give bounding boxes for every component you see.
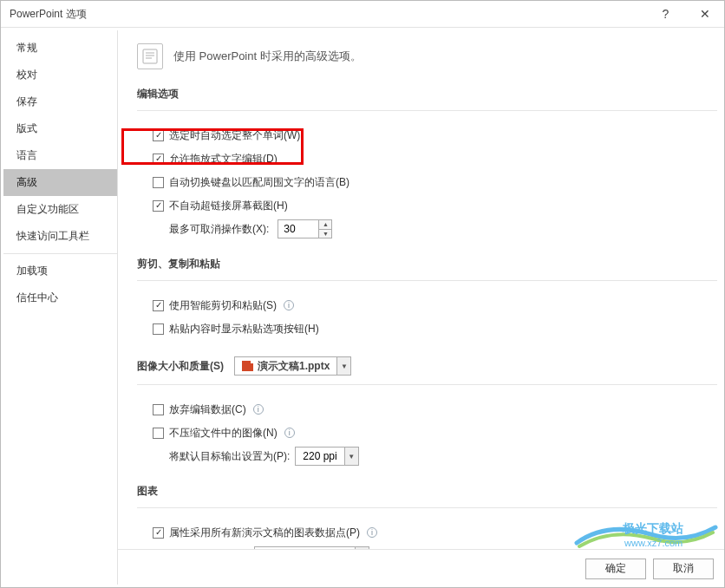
label-no-compress-images: 不压缩文件中的图像(N) [169,426,278,441]
checkbox-show-paste-options[interactable] [153,323,164,335]
max-undo-input[interactable]: 30 ▲ ▼ [278,219,332,238]
checkbox-select-whole-word[interactable] [153,130,164,141]
chevron-down-icon[interactable]: ▼ [336,357,350,375]
checkbox-no-compress-images[interactable] [153,428,164,439]
info-icon[interactable]: i [253,404,264,415]
info-icon[interactable]: i [367,527,377,538]
nav-proofing[interactable]: 校对 [3,62,117,88]
label-auto-keyboard: 自动切换键盘以匹配周围文字的语言(B) [169,175,349,190]
cancel-button[interactable]: 取消 [653,559,714,579]
label-drag-drop-edit: 允许拖放式文字编辑(D) [169,152,278,167]
section-image-title: 图像大小和质量(S) [137,359,224,374]
dialog-footer: 确定 取消 [118,549,724,587]
nav-quick-access[interactable]: 快速访问工具栏 [3,223,117,250]
nav-separator [3,253,117,254]
info-icon[interactable]: i [284,428,295,438]
content-scroll[interactable]: 使用 PowerPoint 时采用的高级选项。 编辑选项 选定时自动选定整个单词… [118,28,724,549]
nav-layout[interactable]: 版式 [3,115,117,142]
checkbox-smart-cut-paste[interactable] [153,300,164,311]
label-no-screenshot-hyperlink: 不自动超链接屏幕截图(H) [169,199,288,213]
label-chart-all-new: 属性采用所有新演示文稿的图表数据点(P) [169,526,360,540]
help-button[interactable]: ? [646,1,685,28]
page-heading-text: 使用 PowerPoint 时采用的高级选项。 [173,49,362,64]
chevron-down-icon[interactable]: ▼ [344,448,358,465]
max-undo-spinner[interactable]: ▲ ▼ [319,219,332,238]
nav-trust-center[interactable]: 信任中心 [3,284,117,311]
image-target-file-value: 演示文稿1.pptx [258,359,330,374]
label-max-undo: 最多可取消操作数(X): [169,222,269,237]
label-smart-cut-paste: 使用智能剪切和粘贴(S) [169,298,277,313]
label-discard-edit-data: 放弃编辑数据(C) [169,402,246,417]
options-dialog: PowerPoint 选项 ? ✕ 常规 校对 保存 版式 语言 高级 自定义功… [0,0,725,588]
nav-addins[interactable]: 加载项 [3,258,117,284]
nav-advanced[interactable]: 高级 [3,169,117,196]
section-chart-body: 属性采用所有新演示文稿的图表数据点(P) i 当前演示文稿(C): 演示文稿1.… [137,507,717,549]
default-resolution-dropdown[interactable]: 220 ppi ▼ [295,447,358,466]
section-cut-body: 使用智能剪切和粘贴(S) i 粘贴内容时显示粘贴选项按钮(H) [137,280,717,344]
nav-general[interactable]: 常规 [3,35,117,62]
checkbox-discard-edit-data[interactable] [153,404,164,415]
section-chart-header: 图表 [137,484,717,502]
checkbox-chart-all-new[interactable] [153,527,164,539]
spin-up-icon[interactable]: ▲ [319,220,331,230]
label-select-whole-word: 选定时自动选定整个单词(W) [169,128,300,143]
nav-customize-ribbon[interactable]: 自定义功能区 [3,196,117,223]
close-button[interactable]: ✕ [685,1,724,28]
spin-down-icon[interactable]: ▼ [319,230,331,238]
section-image-header: 图像大小和质量(S) 演示文稿1.pptx ▼ [137,356,717,379]
section-edit-header: 编辑选项 [137,87,717,105]
category-sidebar[interactable]: 常规 校对 保存 版式 语言 高级 自定义功能区 快速访问工具栏 加载项 信任中… [3,30,118,585]
section-image-body: 放弃编辑数据(C) i 不压缩文件中的图像(N) i 将默认目标输出设置为(P)… [137,384,717,472]
checkbox-no-screenshot-hyperlink[interactable] [153,200,164,212]
dialog-title: PowerPoint 选项 [10,7,646,22]
info-icon[interactable]: i [284,300,294,310]
dialog-body: 常规 校对 保存 版式 语言 高级 自定义功能区 快速访问工具栏 加载项 信任中… [1,28,724,587]
svg-rect-0 [143,49,157,63]
max-undo-value[interactable]: 30 [278,219,319,238]
label-default-resolution: 将默认目标输出设置为(P): [169,449,290,464]
pptx-file-icon [242,361,253,371]
ok-button[interactable]: 确定 [585,559,646,579]
nav-language[interactable]: 语言 [3,142,117,169]
settings-page-icon [137,43,163,69]
label-show-paste-options: 粘贴内容时显示粘贴选项按钮(H) [169,322,319,336]
checkbox-auto-keyboard[interactable] [153,177,164,188]
section-edit-body: 选定时自动选定整个单词(W) 允许拖放式文字编辑(D) 自动切换键盘以匹配周围文… [137,110,717,245]
section-cut-header: 剪切、复制和粘贴 [137,257,717,275]
image-target-file-dropdown[interactable]: 演示文稿1.pptx ▼ [234,356,351,376]
titlebar: PowerPoint 选项 ? ✕ [1,1,724,28]
checkbox-drag-drop-edit[interactable] [153,154,164,165]
default-resolution-value: 220 ppi [303,450,336,462]
page-heading: 使用 PowerPoint 时采用的高级选项。 [137,43,717,69]
content-wrapper: 使用 PowerPoint 时采用的高级选项。 编辑选项 选定时自动选定整个单词… [118,28,724,587]
nav-save[interactable]: 保存 [3,88,117,115]
